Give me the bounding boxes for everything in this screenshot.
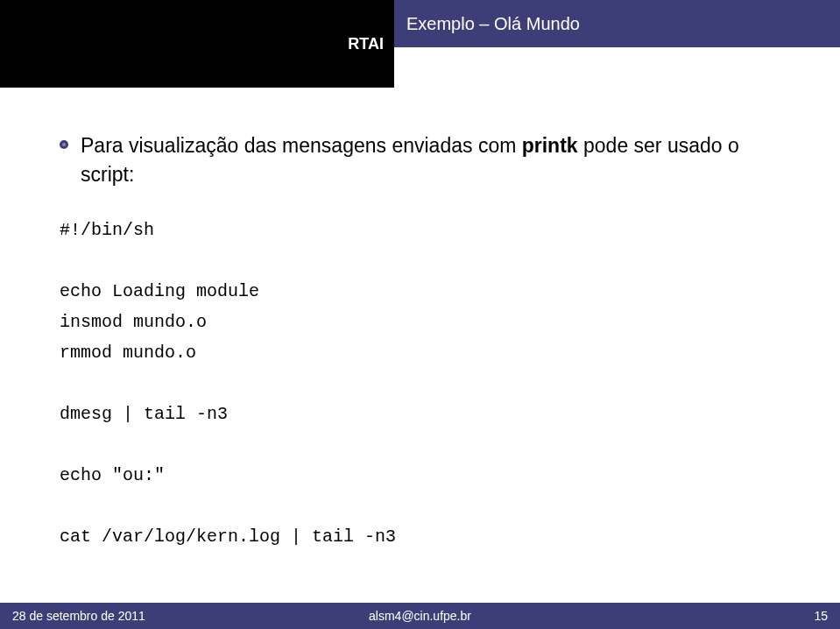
para-prefix: Para visualização das mensagens enviadas… <box>81 134 522 157</box>
footer-date: 28 de setembro de 2011 <box>12 609 145 623</box>
slide-content: Para visualização das mensagens enviadas… <box>60 131 787 552</box>
footer-email: alsm4@cin.ufpe.br <box>369 609 471 623</box>
footer-page-number: 15 <box>814 609 828 623</box>
header-title: Exemplo – Olá Mundo <box>406 14 580 34</box>
slide-header: RTAI Exemplo – Olá Mundo <box>0 0 840 88</box>
bullet-icon <box>60 140 68 149</box>
printk-keyword: printk <box>522 134 578 157</box>
header-section-label: RTAI <box>348 35 384 53</box>
header-left-block: RTAI <box>0 0 394 88</box>
slide-footer: 28 de setembro de 2011 alsm4@cin.ufpe.br… <box>0 603 840 629</box>
code-block: #!/bin/sh echo Loading module insmod mun… <box>60 215 787 552</box>
bullet-item: Para visualização das mensagens enviadas… <box>60 131 787 190</box>
header-right-block: Exemplo – Olá Mundo <box>394 0 840 47</box>
paragraph-text: Para visualização das mensagens enviadas… <box>81 131 787 190</box>
